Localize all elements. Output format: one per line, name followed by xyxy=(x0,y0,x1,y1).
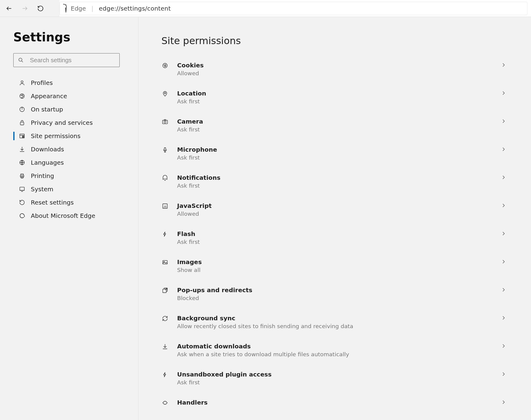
refresh-button[interactable] xyxy=(37,5,44,12)
handlers-icon xyxy=(161,399,169,406)
search-container xyxy=(13,53,120,67)
edge-logo-icon xyxy=(65,5,66,12)
permission-title: Unsandboxed plugin access xyxy=(177,371,492,378)
sidebar-item-profiles[interactable]: Profiles xyxy=(13,76,125,89)
address-separator: | xyxy=(91,5,93,12)
permission-text: CookiesAllowed xyxy=(177,62,492,76)
permission-item-flash[interactable]: FlashAsk first xyxy=(161,224,509,252)
sidebar-item-on-startup[interactable]: On startup xyxy=(13,103,125,116)
address-bar[interactable]: Edge | edge://settings/content xyxy=(60,2,527,15)
permission-text: NotificationsAsk first xyxy=(177,174,492,189)
chevron-right-icon xyxy=(501,175,507,181)
svg-point-18 xyxy=(166,66,166,66)
svg-point-19 xyxy=(164,92,166,94)
popups-icon xyxy=(161,287,169,294)
permission-subtitle: Allowed xyxy=(177,211,492,217)
sidebar-item-label: Site permissions xyxy=(31,132,80,140)
flash-icon xyxy=(161,231,169,238)
appearance-icon xyxy=(19,93,25,99)
permission-item-background-sync[interactable]: Background syncAllow recently closed sit… xyxy=(161,308,509,336)
sidebar-item-label: Privacy and services xyxy=(31,119,93,126)
permission-item-microphone[interactable]: MicrophoneAsk first xyxy=(161,139,509,167)
search-input[interactable] xyxy=(13,53,120,67)
sidebar-item-label: System xyxy=(31,186,53,193)
permission-title: Location xyxy=(177,90,492,97)
plugin-icon xyxy=(161,371,169,378)
permission-title: Notifications xyxy=(177,174,492,181)
permission-subtitle: Allowed xyxy=(177,70,492,76)
profiles-icon xyxy=(19,79,25,86)
permission-title: Handlers xyxy=(177,399,492,406)
page-title: Site permissions xyxy=(161,35,509,47)
printing-icon xyxy=(19,173,25,179)
permission-item-unsandboxed-plugin-access[interactable]: Unsandboxed plugin accessAsk first xyxy=(161,364,509,392)
svg-point-3 xyxy=(21,95,21,95)
chevron-right-icon xyxy=(501,343,507,350)
svg-point-2 xyxy=(20,94,24,99)
svg-point-16 xyxy=(165,65,166,65)
svg-point-14 xyxy=(163,63,167,68)
svg-rect-22 xyxy=(164,148,166,150)
permission-title: Background sync xyxy=(177,315,492,322)
sidebar-item-label: Profiles xyxy=(31,79,53,86)
permission-text: LocationAsk first xyxy=(177,90,492,105)
svg-point-17 xyxy=(164,66,165,67)
sidebar-item-privacy-and-services[interactable]: Privacy and services xyxy=(13,116,125,129)
sidebar-item-downloads[interactable]: Downloads xyxy=(13,143,125,156)
permission-text: FlashAsk first xyxy=(177,230,492,245)
nav-controls xyxy=(0,0,60,17)
forward-button[interactable] xyxy=(21,5,28,12)
camera-icon xyxy=(161,118,169,125)
permission-item-javascript[interactable]: JSJavaScriptAllowed xyxy=(161,195,509,224)
location-icon xyxy=(161,90,169,97)
permission-item-cookies[interactable]: CookiesAllowed xyxy=(161,57,509,83)
permission-item-pop-ups-and-redirects[interactable]: Pop-ups and redirectsBlocked xyxy=(161,280,509,308)
permission-item-notifications[interactable]: NotificationsAsk first xyxy=(161,167,509,195)
chevron-right-icon xyxy=(501,287,507,294)
permission-text: CameraAsk first xyxy=(177,118,492,133)
permission-title: JavaScript xyxy=(177,202,492,209)
permission-title: Microphone xyxy=(177,146,492,153)
languages-icon xyxy=(19,159,25,166)
autodownload-icon xyxy=(161,343,169,350)
chevron-right-icon xyxy=(501,203,507,209)
sidebar-item-system[interactable]: System xyxy=(13,183,125,196)
permission-subtitle: Ask first xyxy=(177,183,492,189)
address-url: edge://settings/content xyxy=(99,5,171,12)
svg-rect-13 xyxy=(20,187,24,190)
permission-item-images[interactable]: ImagesShow all xyxy=(161,252,509,280)
permission-subtitle: Ask first xyxy=(177,379,492,386)
sidebar-item-appearance[interactable]: Appearance xyxy=(13,89,125,103)
svg-rect-20 xyxy=(163,120,168,124)
sidebar-item-reset-settings[interactable]: Reset settings xyxy=(13,196,125,209)
sidebar-item-about-microsoft-edge[interactable]: About Microsoft Edge xyxy=(13,209,125,222)
sidebar-item-label: On startup xyxy=(31,106,63,113)
address-browser-name: Edge xyxy=(71,5,86,12)
svg-point-1 xyxy=(21,81,23,83)
microphone-icon xyxy=(161,146,169,153)
svg-point-15 xyxy=(164,65,165,65)
svg-rect-11 xyxy=(20,175,24,177)
search-icon xyxy=(18,57,24,63)
permission-text: JavaScriptAllowed xyxy=(177,202,492,217)
svg-point-5 xyxy=(23,96,23,97)
about-icon xyxy=(19,212,25,219)
permission-item-automatic-downloads[interactable]: Automatic downloadsAsk when a site tries… xyxy=(161,336,509,364)
permissions-list: CookiesAllowedLocationAsk firstCameraAsk… xyxy=(161,57,509,413)
sidebar-item-printing[interactable]: Printing xyxy=(13,169,125,183)
system-icon xyxy=(19,186,25,192)
permission-item-camera[interactable]: CameraAsk first xyxy=(161,111,509,139)
back-button[interactable] xyxy=(5,5,13,12)
permission-text: Automatic downloadsAsk when a site tries… xyxy=(177,343,492,357)
permission-subtitle: Show all xyxy=(177,267,492,273)
chevron-right-icon xyxy=(501,259,507,266)
sidebar-item-site-permissions[interactable]: Site permissions xyxy=(13,129,125,143)
svg-point-21 xyxy=(164,121,166,123)
permission-item-location[interactable]: LocationAsk first xyxy=(161,83,509,111)
sitepermissions-icon xyxy=(19,133,25,139)
svg-text:JS: JS xyxy=(164,205,167,208)
sidebar-item-languages[interactable]: Languages xyxy=(13,156,125,169)
permission-item-handlers[interactable]: Handlers xyxy=(161,392,509,413)
permission-subtitle: Ask first xyxy=(177,154,492,161)
permission-text: Pop-ups and redirectsBlocked xyxy=(177,286,492,301)
